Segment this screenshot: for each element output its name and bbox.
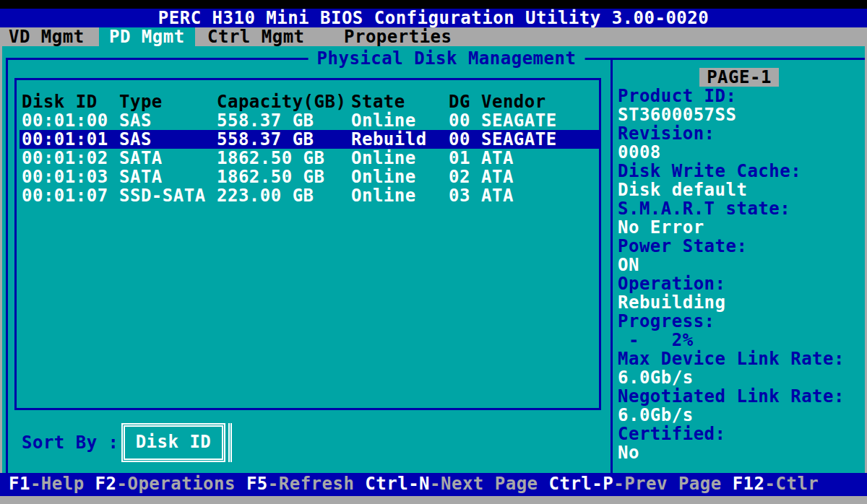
page-title: Physical Disk Management bbox=[309, 49, 585, 68]
table-row[interactable]: 00:01:07SSD-SATA223.00 GBOnline03ATA bbox=[20, 186, 599, 205]
menu-item-vd-mgmt[interactable]: VD Mgmt bbox=[9, 27, 85, 46]
detail-label: Revision: bbox=[613, 124, 865, 143]
cell-state: Online bbox=[351, 168, 416, 186]
menu-item-pd-mgmt[interactable]: PD Mgmt bbox=[99, 27, 195, 46]
cell-dg: 03 bbox=[449, 186, 470, 205]
cell-type: SATA bbox=[119, 168, 163, 186]
screen-edge-left bbox=[0, 46, 2, 504]
table-row[interactable]: 00:01:02SATA1862.50 GBOnline01ATA bbox=[20, 149, 599, 168]
cell-dg: 02 bbox=[449, 168, 470, 186]
outer-frame-left-border bbox=[6, 58, 8, 473]
cell-disk_id: 00:01:03 bbox=[22, 168, 108, 186]
disk-table-header: Disk IDTypeCapacity(GB)StateDGVendor bbox=[20, 92, 599, 111]
cell-type: SAS bbox=[119, 111, 152, 130]
details-panel: PAGE-1 Product ID:ST3600057SSRevision:00… bbox=[613, 68, 865, 462]
bios-screen: PERC H310 Mini BIOS Configuration Utilit… bbox=[0, 0, 867, 504]
column-header-dg: DG bbox=[449, 92, 470, 111]
menu-bar: VD MgmtPD MgmtCtrl MgmtProperties bbox=[0, 27, 867, 46]
cell-state: Rebuild bbox=[351, 130, 427, 149]
detail-label: Max Device Link Rate: bbox=[613, 349, 865, 368]
detail-label: Operation: bbox=[613, 274, 865, 293]
hotkey-f5: F5 bbox=[246, 474, 268, 494]
page-badge: PAGE-1 bbox=[699, 68, 779, 87]
detail-value: Disk default bbox=[613, 181, 865, 199]
app-title-bar: PERC H310 Mini BIOS Configuration Utilit… bbox=[0, 9, 867, 27]
cell-type: SSD-SATA bbox=[119, 186, 206, 205]
detail-value: ST3600057SS bbox=[613, 105, 865, 124]
sort-by-selector[interactable]: Disk ID bbox=[121, 423, 225, 462]
menu-item-properties[interactable]: Properties bbox=[344, 27, 452, 46]
cell-state: Online bbox=[351, 149, 416, 168]
disk-table-rows: 00:01:00SAS558.37 GBOnline00SEAGATE00:01… bbox=[20, 111, 599, 205]
detail-value: Rebuilding bbox=[613, 293, 865, 312]
cell-state: Online bbox=[351, 186, 416, 205]
bottom-gray-strip bbox=[0, 496, 867, 504]
column-header-type: Type bbox=[119, 92, 163, 111]
table-row-selected[interactable]: 00:01:01SAS558.37 GBRebuild00SEAGATE bbox=[20, 130, 599, 149]
cell-capacity: 223.00 GB bbox=[217, 186, 314, 205]
sort-by-label: Sort By : bbox=[22, 433, 119, 452]
cell-dg: 01 bbox=[449, 149, 470, 168]
cell-dg: 00 bbox=[449, 111, 470, 130]
detail-value: 0008 bbox=[613, 143, 865, 162]
panel-divider bbox=[611, 58, 613, 473]
detail-label: S.M.A.R.T state: bbox=[613, 199, 865, 218]
detail-value: ON bbox=[613, 256, 865, 274]
hotkey-f12: F12 bbox=[733, 474, 765, 494]
cell-disk_id: 00:01:07 bbox=[22, 186, 108, 205]
detail-value: No bbox=[613, 443, 865, 462]
cell-disk_id: 00:01:02 bbox=[22, 149, 108, 168]
cell-vendor: SEAGATE bbox=[481, 130, 557, 149]
detail-label: Power State: bbox=[613, 237, 865, 256]
page-badge-row: PAGE-1 bbox=[613, 68, 865, 87]
sort-by-selector-shadow bbox=[228, 423, 232, 462]
hotkey-description: -Prev Page bbox=[613, 474, 732, 494]
detail-label: Certified: bbox=[613, 425, 865, 443]
detail-value: 6.0Gb/s bbox=[613, 368, 865, 387]
detail-label: Disk Write Cache: bbox=[613, 162, 865, 181]
column-header-vendor: Vendor bbox=[481, 92, 546, 111]
detail-label: Progress: bbox=[613, 312, 865, 331]
table-row[interactable]: 00:01:03SATA1862.50 GBOnline02ATA bbox=[20, 168, 599, 186]
hotkey-ctrl-n: Ctrl-N bbox=[365, 474, 430, 494]
hotkey-description: -Refresh bbox=[268, 474, 366, 494]
cell-disk_id: 00:01:00 bbox=[22, 111, 108, 130]
cell-capacity: 1862.50 GB bbox=[217, 149, 325, 168]
hotkey-description: -Ctlr bbox=[765, 474, 819, 494]
cell-vendor: SEAGATE bbox=[481, 111, 557, 130]
cell-dg: 00 bbox=[449, 130, 470, 149]
hotkey-description: -Operations bbox=[117, 474, 246, 494]
cell-vendor: ATA bbox=[481, 168, 514, 186]
cell-disk_id: 00:01:01 bbox=[22, 130, 108, 149]
table-row[interactable]: 00:01:00SAS558.37 GBOnline00SEAGATE bbox=[20, 111, 599, 130]
detail-value: 6.0Gb/s bbox=[613, 406, 865, 425]
hotkey-f2: F2 bbox=[95, 474, 117, 494]
cell-state: Online bbox=[351, 111, 416, 130]
cell-type: SAS bbox=[119, 130, 152, 149]
cell-vendor: ATA bbox=[481, 186, 514, 205]
hotkey-description: -Next Page bbox=[430, 474, 548, 494]
hotkey-status-bar: F1-Help F2-Operations F5-Refresh Ctrl-N-… bbox=[0, 473, 867, 496]
cell-vendor: ATA bbox=[481, 149, 514, 168]
detail-label: Product ID: bbox=[613, 87, 865, 105]
detail-value: No Error bbox=[613, 218, 865, 237]
hotkey-ctrl-p: Ctrl-P bbox=[549, 474, 614, 494]
cell-capacity: 558.37 GB bbox=[217, 111, 314, 130]
column-header-state: State bbox=[351, 92, 405, 111]
detail-label: Negotiated Link Rate: bbox=[613, 387, 865, 406]
hotkey-f1: F1 bbox=[9, 474, 30, 494]
menu-item-ctrl-mgmt[interactable]: Ctrl Mgmt bbox=[207, 27, 305, 46]
cell-type: SATA bbox=[119, 149, 163, 168]
column-header-capacity: Capacity(GB) bbox=[217, 92, 346, 111]
hotkey-description: -Help bbox=[30, 474, 95, 494]
cell-capacity: 1862.50 GB bbox=[217, 168, 325, 186]
cell-capacity: 558.37 GB bbox=[217, 130, 314, 149]
column-header-disk_id: Disk ID bbox=[22, 92, 98, 111]
detail-value: - 2% bbox=[613, 331, 865, 349]
